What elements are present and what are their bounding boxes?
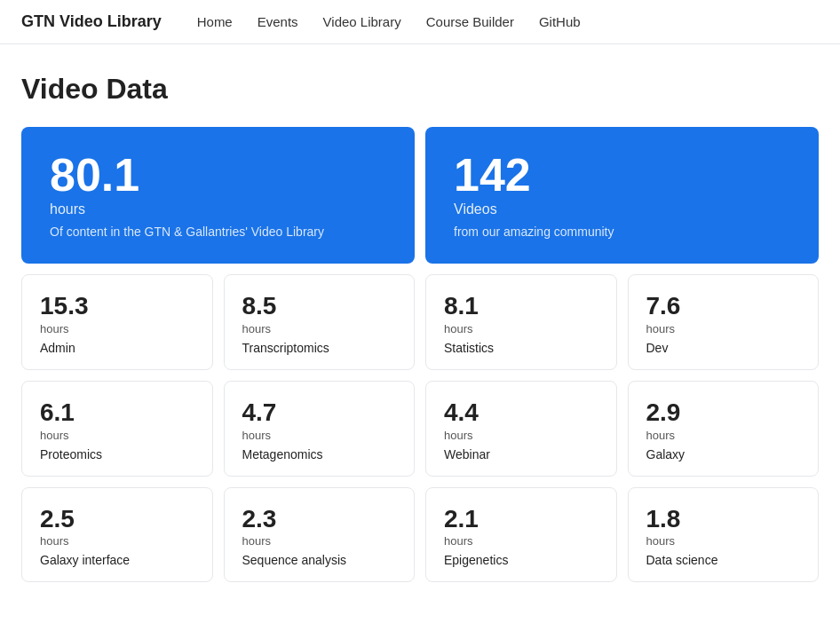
stat-card-1-0: 6.1 hours Proteomics — [21, 381, 213, 477]
stat-category: Transcriptomics — [242, 341, 397, 355]
main-nav: HomeEventsVideo LibraryCourse BuilderGit… — [197, 14, 581, 29]
stat-row-2: 2.5 hours Galaxy interface 2.3 hours Seq… — [21, 487, 819, 583]
stat-num: 4.4 — [444, 399, 598, 427]
stat-num: 2.1 — [444, 506, 598, 533]
stat-category: Webinar — [444, 447, 598, 461]
stat-num: 1.8 — [646, 506, 801, 533]
stat-unit: hours — [242, 429, 397, 442]
stat-row-0: 15.3 hours Admin 8.5 hours Transcriptomi… — [21, 274, 819, 370]
stat-unit: hours — [646, 534, 801, 548]
stat-category: Proteomics — [40, 447, 194, 461]
stat-num: 8.5 — [242, 293, 397, 320]
stat-num: 2.9 — [646, 399, 801, 427]
stat-card-0-0: 15.3 hours Admin — [21, 274, 213, 370]
stat-card-1-1: 4.7 hours Metagenomics — [224, 381, 416, 477]
stat-row-1: 6.1 hours Proteomics 4.7 hours Metagenom… — [21, 381, 819, 477]
stat-category: Galaxy interface — [40, 553, 194, 567]
stat-num: 15.3 — [40, 293, 194, 320]
site-title: GTN Video Library — [21, 12, 162, 31]
hero-desc: from our amazing community — [454, 225, 790, 239]
stat-unit: hours — [444, 534, 598, 548]
hero-card-0: 80.1 hours Of content in the GTN & Galla… — [21, 127, 415, 264]
stat-unit: hours — [444, 322, 598, 335]
stat-unit: hours — [242, 534, 397, 548]
stat-unit: hours — [646, 322, 801, 335]
stat-category: Galaxy — [646, 447, 801, 461]
stat-unit: hours — [242, 322, 397, 335]
stat-card-2-2: 2.1 hours Epigenetics — [425, 487, 617, 583]
stat-unit: hours — [40, 429, 194, 442]
stat-num: 4.7 — [242, 399, 397, 427]
stat-category: Data science — [646, 553, 801, 567]
stat-unit: hours — [444, 429, 598, 442]
hero-big-num: 142 — [454, 152, 790, 198]
stat-category: Statistics — [444, 341, 598, 355]
stat-card-2-0: 2.5 hours Galaxy interface — [21, 487, 213, 583]
stat-category: Epigenetics — [444, 553, 598, 567]
main-content: Video Data 80.1 hours Of content in the … — [0, 44, 840, 621]
stat-unit: hours — [40, 322, 194, 335]
nav-link-course-builder[interactable]: Course Builder — [426, 14, 514, 29]
stat-card-0-2: 8.1 hours Statistics — [425, 274, 617, 370]
stat-card-0-1: 8.5 hours Transcriptomics — [224, 274, 416, 370]
stat-card-2-1: 2.3 hours Sequence analysis — [224, 487, 416, 583]
stat-rows-container: 15.3 hours Admin 8.5 hours Transcriptomi… — [21, 274, 819, 582]
stat-category: Admin — [40, 341, 194, 355]
stat-num: 8.1 — [444, 293, 598, 320]
hero-cards: 80.1 hours Of content in the GTN & Galla… — [21, 127, 819, 264]
stat-card-1-3: 2.9 hours Galaxy — [628, 381, 820, 477]
stat-category: Dev — [646, 341, 801, 355]
nav-link-events[interactable]: Events — [258, 14, 298, 29]
page-title: Video Data — [21, 73, 819, 106]
stat-num: 6.1 — [40, 399, 194, 427]
stat-num: 2.5 — [40, 506, 194, 533]
hero-unit: Videos — [454, 201, 790, 217]
hero-big-num: 80.1 — [50, 152, 386, 198]
stat-card-0-3: 7.6 hours Dev — [628, 274, 820, 370]
nav-link-video-library[interactable]: Video Library — [323, 14, 401, 29]
stat-unit: hours — [40, 534, 194, 548]
header: GTN Video Library HomeEventsVideo Librar… — [0, 0, 840, 44]
hero-desc: Of content in the GTN & Gallantries' Vid… — [50, 225, 386, 239]
stat-unit: hours — [646, 429, 801, 442]
nav-link-home[interactable]: Home — [197, 14, 233, 29]
stat-num: 2.3 — [242, 506, 397, 533]
stat-card-1-2: 4.4 hours Webinar — [425, 381, 617, 477]
hero-unit: hours — [50, 201, 386, 217]
stat-card-2-3: 1.8 hours Data science — [628, 487, 820, 583]
hero-card-1: 142 Videos from our amazing community — [425, 127, 819, 264]
stat-num: 7.6 — [646, 293, 801, 320]
stat-category: Metagenomics — [242, 447, 397, 461]
stat-category: Sequence analysis — [242, 553, 397, 567]
nav-link-github[interactable]: GitHub — [539, 14, 581, 29]
